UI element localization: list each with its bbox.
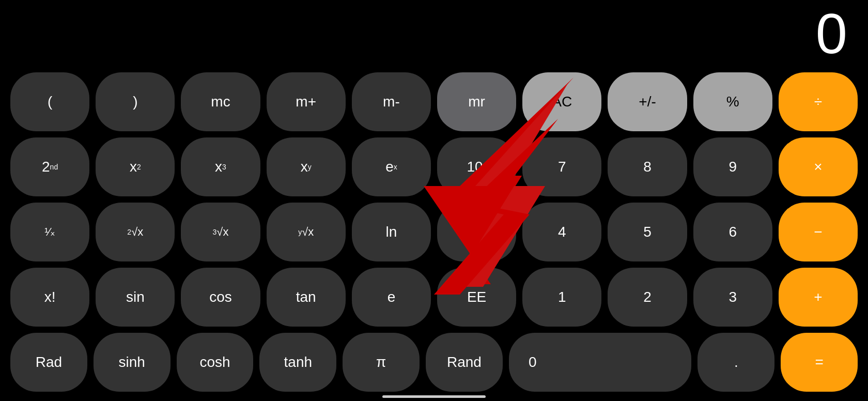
- decimal-button[interactable]: .: [698, 333, 774, 392]
- display: 0: [0, 0, 868, 67]
- x-cubed-button[interactable]: x3: [181, 137, 260, 196]
- sqrt3-button[interactable]: 3√x: [181, 203, 260, 261]
- row-1: ( ) mc m+ m- mr AC +/- % ÷: [10, 72, 858, 131]
- multiply-button[interactable]: ×: [779, 137, 858, 196]
- row-4: x! sin cos tan e EE 1 2 3 +: [10, 268, 858, 327]
- four-button[interactable]: 4: [522, 203, 601, 261]
- e-x-button[interactable]: ex: [352, 137, 431, 196]
- eight-button[interactable]: 8: [608, 137, 687, 196]
- sqrt-y-button[interactable]: y√x: [267, 203, 346, 261]
- pi-button[interactable]: π: [343, 333, 420, 392]
- one-button[interactable]: 1: [522, 268, 601, 327]
- divide-button[interactable]: ÷: [779, 72, 858, 131]
- percent-button[interactable]: %: [693, 72, 772, 131]
- cosh-button[interactable]: cosh: [177, 333, 254, 392]
- six-button[interactable]: 6: [693, 203, 772, 261]
- tanh-button[interactable]: tanh: [259, 333, 336, 392]
- five-button[interactable]: 5: [608, 203, 687, 261]
- factorial-button[interactable]: x!: [10, 268, 89, 327]
- home-indicator: [382, 395, 486, 398]
- m-plus-button[interactable]: m+: [267, 72, 346, 131]
- buttons-area: ( ) mc m+ m- mr AC +/- % ÷ 2nd x2 x3 xy …: [0, 67, 868, 401]
- mc-button[interactable]: mc: [181, 72, 260, 131]
- display-value: 0: [816, 5, 847, 62]
- subtract-button[interactable]: −: [779, 203, 858, 261]
- mr-button[interactable]: mr: [437, 72, 516, 131]
- rad-button[interactable]: Rad: [10, 333, 87, 392]
- row-3: ¹⁄ₓ 2√x 3√x y√x ln log10 4 5 6 −: [10, 203, 858, 261]
- three-button[interactable]: 3: [693, 268, 772, 327]
- calculator: 0 ( ) mc m+ m- mr AC +/- % ÷ 2nd x2 x3 x…: [0, 0, 868, 401]
- equals-button[interactable]: =: [781, 333, 858, 392]
- row-5: Rad sinh cosh tanh π Rand 0 . =: [10, 333, 858, 392]
- ee-button[interactable]: EE: [437, 268, 516, 327]
- second-button[interactable]: 2nd: [10, 137, 89, 196]
- m-minus-button[interactable]: m-: [352, 72, 431, 131]
- log10-button[interactable]: log10: [437, 203, 516, 261]
- zero-button[interactable]: 0: [509, 333, 691, 392]
- two-button[interactable]: 2: [608, 268, 687, 327]
- tan-button[interactable]: tan: [267, 268, 346, 327]
- ten-x-button[interactable]: 10x: [437, 137, 516, 196]
- e-button[interactable]: e: [352, 268, 431, 327]
- sqrt2-button[interactable]: 2√x: [96, 203, 175, 261]
- sinh-button[interactable]: sinh: [94, 333, 171, 392]
- sin-button[interactable]: sin: [96, 268, 175, 327]
- x-squared-button[interactable]: x2: [96, 137, 175, 196]
- seven-button[interactable]: 7: [522, 137, 601, 196]
- one-over-x-button[interactable]: ¹⁄ₓ: [10, 203, 89, 261]
- ln-button[interactable]: ln: [352, 203, 431, 261]
- row-2: 2nd x2 x3 xy ex 10x 7 8 9 ×: [10, 137, 858, 196]
- open-paren-button[interactable]: (: [10, 72, 89, 131]
- cos-button[interactable]: cos: [181, 268, 260, 327]
- plus-minus-button[interactable]: +/-: [608, 72, 687, 131]
- nine-button[interactable]: 9: [693, 137, 772, 196]
- rand-button[interactable]: Rand: [426, 333, 503, 392]
- add-button[interactable]: +: [779, 268, 858, 327]
- close-paren-button[interactable]: ): [96, 72, 175, 131]
- x-y-button[interactable]: xy: [267, 137, 346, 196]
- ac-button[interactable]: AC: [522, 72, 601, 131]
